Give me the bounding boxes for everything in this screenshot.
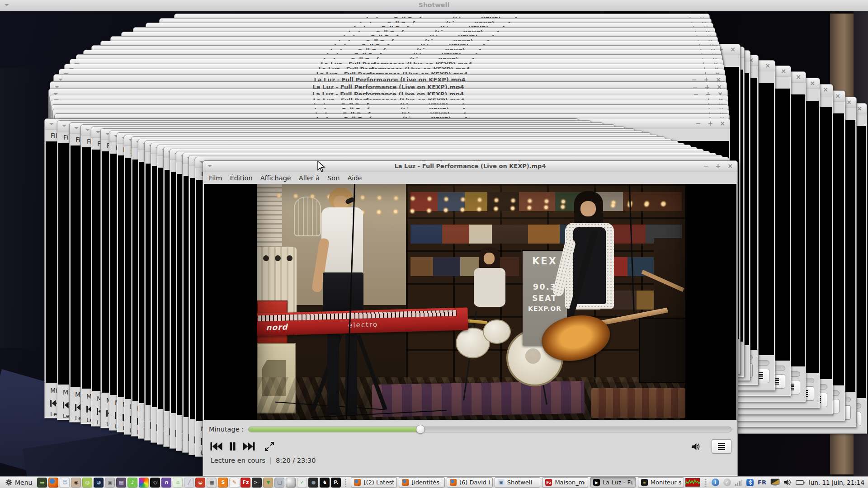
- maximize-icon: +: [708, 120, 713, 127]
- seek-progress-fill: [249, 427, 420, 432]
- sublime-text-launcher-icon[interactable]: S: [218, 478, 228, 488]
- video-frame: KEX 90.3 SEAT KEXP.OR: [257, 184, 685, 420]
- menu-film[interactable]: Film: [209, 174, 222, 182]
- taskbar-window-button[interactable]: ▶ La Luz - Full...: [590, 477, 636, 488]
- window-button-label: Shotwell: [507, 479, 532, 486]
- calculator-launcher-icon[interactable]: ▦: [207, 478, 217, 488]
- taskbar-window-button[interactable]: [(2) Latest ...: [351, 477, 397, 488]
- close-icon: ×: [835, 92, 840, 99]
- time-sync-launcher-icon[interactable]: ✓: [297, 478, 307, 488]
- headphones-launcher-icon[interactable]: ∩: [161, 478, 171, 488]
- taskbar-window-button[interactable]: Fz Maison_me...: [542, 477, 588, 488]
- menu-aide[interactable]: Aide: [347, 174, 362, 182]
- window-menu-icon: [96, 131, 100, 136]
- previous-button[interactable]: [210, 442, 222, 450]
- shotwell-icon: ▣: [498, 479, 505, 486]
- tray-separator: [704, 479, 707, 487]
- window-button-label: [(2) Latest ...: [363, 479, 394, 486]
- playback-time: 8:20 / 23:30: [276, 457, 316, 464]
- seek-slider[interactable]: [248, 427, 731, 432]
- lens-dark-launcher-icon[interactable]: ●: [308, 478, 318, 488]
- menu-label: Menu: [15, 479, 32, 486]
- display-icon[interactable]: [770, 479, 780, 486]
- front-titlebar[interactable]: La Luz - Full Performance (Live on KEXP)…: [203, 161, 737, 172]
- close-icon: ×: [730, 46, 736, 53]
- volume-icon[interactable]: [692, 443, 700, 450]
- window-button-label: [identités ...: [411, 479, 442, 486]
- bluetooth-icon[interactable]: [746, 479, 754, 486]
- film-editor-launcher-icon[interactable]: ▤: [116, 478, 126, 488]
- fullscreen-button[interactable]: [264, 441, 274, 451]
- player-window-front: La Luz - Full Performance (Live on KEXP)…: [203, 160, 738, 476]
- volume-tray-icon[interactable]: [784, 479, 792, 486]
- menu-son[interactable]: Son: [327, 174, 340, 182]
- close-button[interactable]: ×: [727, 162, 733, 169]
- maximize-button[interactable]: +: [716, 162, 721, 169]
- window-list: [(2) Latest ... [identités ... (6) David…: [351, 477, 684, 488]
- seek-label: Minutage :: [209, 426, 244, 433]
- package-installer-launcher-icon[interactable]: ▼: [263, 478, 273, 488]
- close-icon: ×: [823, 86, 828, 93]
- disk-utility-launcher-icon[interactable]: ▢: [274, 478, 284, 488]
- minimize-icon: −: [696, 120, 701, 127]
- text-editor-launcher-icon[interactable]: ✎: [229, 478, 239, 488]
- molecules-launcher-icon[interactable]: ∴: [173, 478, 183, 488]
- mouse-cursor: [317, 161, 326, 174]
- clock[interactable]: lun. 11 juin, 21:14: [809, 479, 864, 486]
- window-menu-icon: [49, 123, 54, 127]
- firefox-icon: [354, 479, 361, 486]
- player-menu-button[interactable]: [712, 439, 731, 454]
- close-icon: ×: [796, 73, 801, 80]
- firefox-icon: [450, 479, 457, 486]
- menu-edition[interactable]: Édition: [230, 174, 252, 182]
- utility-knife-launcher-icon[interactable]: ╱: [184, 478, 194, 488]
- minimize-button[interactable]: −: [703, 162, 709, 169]
- menu-button[interactable]: Menu: [2, 478, 36, 488]
- window-button-label: Moniteur s...: [651, 479, 681, 486]
- window-menu-icon: [62, 125, 66, 129]
- player-controls-panel: Minutage :: [203, 420, 737, 476]
- filezilla-icon: Fz: [545, 479, 552, 486]
- archive-manager-launcher-icon[interactable]: ▣: [105, 478, 115, 488]
- desktop-screen: Shotwell La Luz - Full Performance (Live…: [0, 0, 868, 488]
- keyboard-layout-indicator[interactable]: FR: [758, 479, 766, 486]
- update-shield-icon[interactable]: i: [712, 479, 719, 486]
- window-menu-icon[interactable]: [208, 165, 212, 169]
- battery-icon[interactable]: [796, 480, 805, 485]
- playback-status: Lecture en cours: [211, 457, 265, 464]
- menu-aller-a[interactable]: Aller à: [299, 174, 320, 182]
- unity3d-launcher-icon[interactable]: ◇: [150, 478, 160, 488]
- camera-lens-launcher-icon[interactable]: ◕: [94, 478, 104, 488]
- firefox-launcher-icon[interactable]: [48, 478, 58, 488]
- chess-horse-launcher-icon[interactable]: ♞: [320, 478, 330, 488]
- messenger-launcher-icon[interactable]: ☺: [60, 478, 70, 488]
- terminal-green-launcher-icon[interactable]: ▬: [37, 478, 47, 488]
- cpu-graph-applet[interactable]: [685, 478, 700, 487]
- next-button[interactable]: [243, 442, 255, 450]
- sync-check-icon[interactable]: ✓: [723, 479, 731, 486]
- power-socket-launcher-icon[interactable]: ◒: [195, 478, 205, 488]
- close-icon: ×: [781, 67, 786, 75]
- terminal-dark-launcher-icon[interactable]: >_: [252, 478, 262, 488]
- seek-thumb[interactable]: [416, 425, 425, 434]
- filezilla-launcher-icon[interactable]: Fz: [241, 478, 250, 488]
- quassel-launcher-icon[interactable]: ◎: [82, 478, 92, 488]
- network-signal-icon[interactable]: [735, 479, 743, 486]
- close-icon: ×: [720, 120, 725, 127]
- window-menu-icon: [85, 129, 90, 133]
- gear-icon: [5, 479, 12, 486]
- color-wheel-launcher-icon[interactable]: [139, 478, 149, 488]
- pitivi-launcher-icon[interactable]: P.: [331, 478, 341, 488]
- window-button-label: Maison_me...: [555, 479, 585, 486]
- sphere-launcher-icon[interactable]: [286, 478, 296, 488]
- menu-affichage[interactable]: Affichage: [260, 174, 291, 182]
- taskbar-window-button[interactable]: (6) David L...: [447, 477, 493, 488]
- pause-button[interactable]: [229, 442, 236, 450]
- eye-viewer-launcher-icon[interactable]: ◉: [71, 478, 81, 488]
- taskbar-window-button[interactable]: ▣ Shotwell: [495, 477, 541, 488]
- front-window-title: La Luz - Full Performance (Live on KEXP)…: [230, 163, 710, 169]
- taskbar-window-button[interactable]: ≈ Moniteur s...: [638, 477, 684, 488]
- music-player-launcher-icon[interactable]: ♪: [127, 478, 137, 488]
- front-menubar: Film Édition Affichage Aller à Son Aide: [203, 172, 737, 184]
- taskbar-window-button[interactable]: [identités ...: [399, 477, 445, 488]
